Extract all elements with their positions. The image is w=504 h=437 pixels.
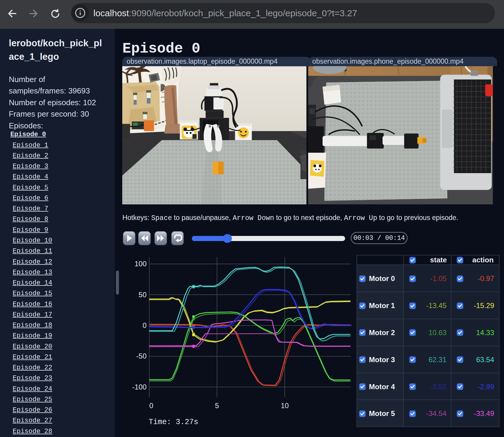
svg-text:5: 5 bbox=[215, 402, 219, 410]
svg-text:0: 0 bbox=[149, 402, 153, 410]
svg-text:0: 0 bbox=[143, 321, 147, 329]
svg-text:10: 10 bbox=[281, 402, 289, 410]
svg-text:100: 100 bbox=[135, 260, 147, 268]
svg-text:-100: -100 bbox=[132, 383, 147, 391]
svg-text:50: 50 bbox=[138, 291, 147, 299]
svg-text:-50: -50 bbox=[136, 352, 147, 360]
